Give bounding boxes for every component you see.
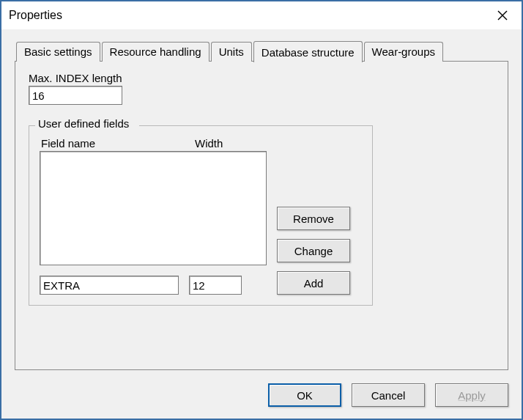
tab-basic-settings[interactable]: Basic settings [16, 42, 100, 62]
user-defined-fields-group: User defined fields Field name Width [29, 125, 373, 306]
field-width-input[interactable] [189, 276, 242, 295]
properties-dialog: Properties Basic settings Resource handl… [0, 0, 523, 420]
tab-units[interactable]: Units [211, 42, 252, 62]
ok-button[interactable]: OK [268, 383, 341, 407]
tab-database-structure[interactable]: Database structure [253, 41, 363, 62]
window-title: Properties [9, 9, 62, 22]
group-title: User defined fields [37, 117, 130, 130]
max-index-input[interactable] [29, 86, 122, 105]
tab-resource-handling[interactable]: Resource handling [102, 42, 209, 62]
close-icon [497, 10, 508, 21]
tab-label: Basic settings [24, 45, 92, 58]
cancel-button[interactable]: Cancel [352, 383, 425, 407]
tab-label: Database structure [262, 46, 355, 59]
tab-label: Units [219, 45, 244, 58]
close-button[interactable] [486, 4, 519, 26]
max-index-label: Max. INDEX length [29, 72, 494, 84]
header-width: Width [195, 137, 223, 150]
add-button[interactable]: Add [277, 271, 350, 295]
client-area: Basic settings Resource handling Units D… [1, 29, 522, 419]
apply-button[interactable]: Apply [435, 383, 508, 407]
header-field-name: Field name [41, 137, 195, 150]
list-headers: Field name Width [40, 137, 362, 151]
field-name-input[interactable] [40, 276, 179, 295]
tabstrip: Basic settings Resource handling Units D… [15, 40, 508, 62]
tab-label: Wear-groups [372, 45, 435, 58]
titlebar: Properties [1, 1, 522, 29]
remove-button[interactable]: Remove [277, 207, 350, 230]
tab-panel-database-structure: Max. INDEX length User defined fields Fi… [15, 61, 508, 370]
change-button[interactable]: Change [277, 239, 350, 262]
fields-listbox[interactable] [40, 151, 267, 265]
tab-wear-groups[interactable]: Wear-groups [364, 42, 443, 62]
tab-label: Resource handling [110, 45, 201, 58]
dialog-button-row: OK Cancel Apply [15, 370, 508, 407]
